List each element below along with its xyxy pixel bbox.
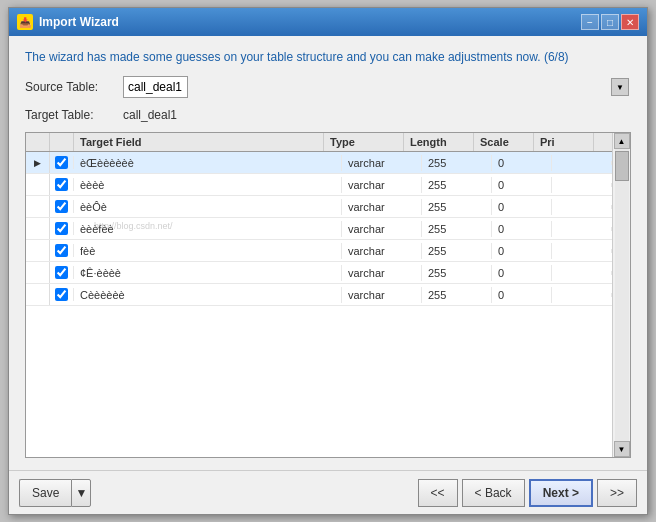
row-checkbox-cell: [50, 156, 74, 169]
row-arrow-icon: [26, 284, 50, 305]
field-length: 255: [422, 265, 492, 281]
table-row: èèÔè varchar 255 0: [26, 196, 612, 218]
col-type: Type: [324, 133, 404, 151]
table-row: èèèfèè http://blog.csdn.net/ varchar 255…: [26, 218, 612, 240]
field-type: varchar: [342, 199, 422, 215]
field-pri: [552, 205, 612, 209]
field-name: Cèèèèèè: [74, 287, 342, 303]
minimize-button[interactable]: −: [581, 14, 599, 30]
row-checkbox[interactable]: [55, 200, 68, 213]
scroll-thumb[interactable]: [615, 151, 629, 181]
field-length: 255: [422, 177, 492, 193]
row-checkbox-cell: [50, 200, 74, 213]
title-buttons: − □ ✕: [581, 14, 639, 30]
field-scale: 0: [492, 177, 552, 193]
field-length: 255: [422, 221, 492, 237]
field-pri: [552, 227, 612, 231]
col-scale: Scale: [474, 133, 534, 151]
maximize-button[interactable]: □: [601, 14, 619, 30]
table-header: Target Field Type Length Scale Pri: [26, 133, 612, 152]
field-length: 255: [422, 155, 492, 171]
field-scale: 0: [492, 221, 552, 237]
table-row: ¢Ê·èèèè varchar 255 0: [26, 262, 612, 284]
field-type: varchar: [342, 243, 422, 259]
table-row: Cèèèèèè varchar 255 0: [26, 284, 612, 306]
row-checkbox[interactable]: [55, 222, 68, 235]
table-row: èèèè varchar 255 0: [26, 174, 612, 196]
field-type: varchar: [342, 265, 422, 281]
table-row: ▶ èŒèèèèèè varchar 255 0: [26, 152, 612, 174]
col-pri: Pri: [534, 133, 594, 151]
field-pri: [552, 183, 612, 187]
field-scale: 0: [492, 265, 552, 281]
row-arrow-icon: [26, 240, 50, 261]
target-table-row: Target Table: call_deal1: [25, 108, 631, 122]
row-checkbox[interactable]: [55, 288, 68, 301]
row-checkbox[interactable]: [55, 244, 68, 257]
field-length: 255: [422, 287, 492, 303]
import-wizard-window: 📥 Import Wizard − □ ✕ The wizard has mad…: [8, 7, 648, 515]
field-name: èèèè: [74, 177, 342, 193]
info-text: The wizard has made some guesses on your…: [25, 48, 631, 66]
source-table-label: Source Table:: [25, 80, 115, 94]
table-row: fèè varchar 255 0: [26, 240, 612, 262]
back-button[interactable]: < Back: [462, 479, 525, 507]
select-dropdown-icon: ▼: [611, 78, 629, 96]
field-scale: 0: [492, 243, 552, 259]
field-type: varchar: [342, 221, 422, 237]
target-table-label: Target Table:: [25, 108, 115, 122]
table-body: ▶ èŒèèèèèè varchar 255 0: [26, 152, 612, 457]
field-pri: [552, 161, 612, 165]
target-table-value: call_deal1: [123, 108, 177, 122]
row-checkbox-cell: [50, 266, 74, 279]
field-name: èèèfèè http://blog.csdn.net/: [74, 221, 342, 237]
scroll-track[interactable]: [615, 149, 629, 441]
row-arrow-icon: ▶: [26, 152, 50, 173]
field-name: èŒèèèèèè: [74, 155, 342, 171]
field-pri: [552, 249, 612, 253]
title-bar: 📥 Import Wizard − □ ✕: [9, 8, 647, 36]
main-content: The wizard has made some guesses on your…: [9, 36, 647, 470]
scroll-down-icon[interactable]: ▼: [614, 441, 630, 457]
field-name: fèè: [74, 243, 342, 259]
first-button[interactable]: <<: [418, 479, 458, 507]
source-table-select-wrapper: call_deal1 ▼: [123, 76, 631, 98]
scrollbar[interactable]: ▲ ▼: [612, 133, 630, 457]
next-button[interactable]: Next >: [529, 479, 593, 507]
save-dropdown-button[interactable]: ▼: [71, 479, 91, 507]
source-table-select[interactable]: call_deal1: [123, 76, 188, 98]
row-arrow-icon: [26, 262, 50, 283]
row-checkbox-cell: [50, 178, 74, 191]
field-type: varchar: [342, 155, 422, 171]
field-length: 255: [422, 243, 492, 259]
col-check: [50, 133, 74, 151]
row-checkbox[interactable]: [55, 156, 68, 169]
field-type: varchar: [342, 177, 422, 193]
navigation-buttons: << < Back Next > >>: [418, 479, 637, 507]
last-button[interactable]: >>: [597, 479, 637, 507]
watermark: http://blog.csdn.net/: [94, 221, 173, 231]
source-table-row: Source Table: call_deal1 ▼: [25, 76, 631, 98]
row-checkbox[interactable]: [55, 178, 68, 191]
fields-table-container: Target Field Type Length Scale Pri ▶: [25, 132, 631, 458]
col-length: Length: [404, 133, 474, 151]
field-name: ¢Ê·èèèè: [74, 265, 342, 281]
field-pri: [552, 271, 612, 275]
save-button-group: Save ▼: [19, 479, 91, 507]
bottom-bar: Save ▼ << < Back Next > >>: [9, 470, 647, 514]
save-button[interactable]: Save: [19, 479, 71, 507]
field-name: èèÔè: [74, 199, 342, 215]
window-icon: 📥: [17, 14, 33, 30]
col-target-field: Target Field: [74, 133, 324, 151]
row-checkbox-cell: [50, 288, 74, 301]
scroll-up-icon[interactable]: ▲: [614, 133, 630, 149]
field-scale: 0: [492, 155, 552, 171]
close-button[interactable]: ✕: [621, 14, 639, 30]
col-indicator: [26, 133, 50, 151]
row-arrow-icon: [26, 196, 50, 217]
field-length: 255: [422, 199, 492, 215]
row-arrow-icon: [26, 174, 50, 195]
row-checkbox[interactable]: [55, 266, 68, 279]
field-type: varchar: [342, 287, 422, 303]
field-scale: 0: [492, 287, 552, 303]
